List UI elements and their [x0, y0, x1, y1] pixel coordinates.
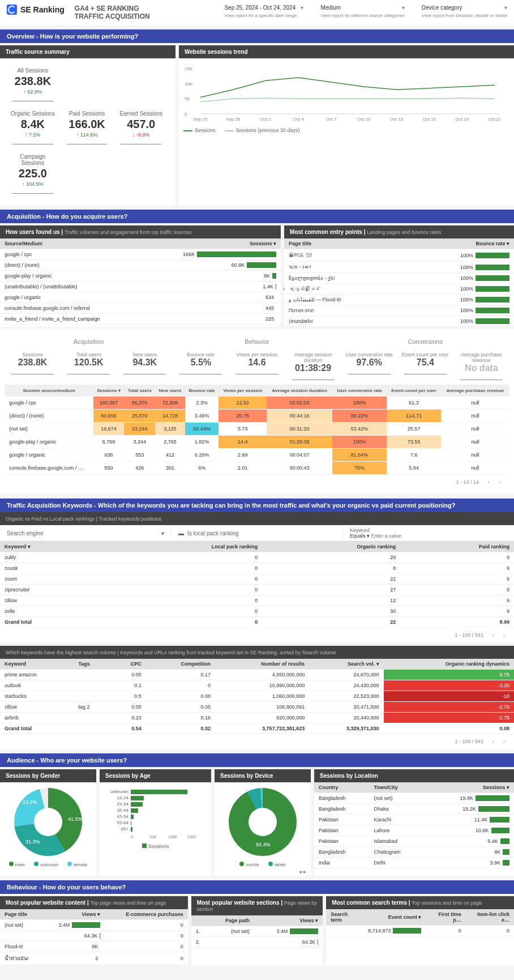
- column-header[interactable]: Organic ranking: [262, 542, 400, 552]
- table-row[interactable]: console.firebase.google.com / …550426301…: [5, 462, 509, 475]
- column-header[interactable]: Page title: [0, 909, 41, 920]
- column-header[interactable]: Search term: [326, 909, 363, 926]
- table-row[interactable]: starbucks0.50.081,060,000,00022,523,000-…: [0, 691, 514, 702]
- next-icon[interactable]: ›: [503, 632, 505, 638]
- next-icon[interactable]: ›: [503, 739, 505, 744]
- table-row[interactable]: 64.3K0: [0, 931, 188, 941]
- table-row[interactable]: PakistanIslamabad5.4K: [314, 836, 514, 847]
- table-row[interactable]: zoosk089: [0, 563, 514, 574]
- table-row[interactable]: airbnb0.230.16820,000,00020,440,000-2.75: [0, 713, 514, 723]
- column-header[interactable]: [191, 915, 209, 926]
- table-row[interactable]: zillowtag 20.050.05106,800,09120,471,500…: [0, 702, 514, 713]
- header-filter[interactable]: Medium▾View report for different source …: [320, 5, 404, 19]
- column-header[interactable]: Event count ▾: [363, 909, 426, 926]
- big-table-pager: 1 - 14 / 14‹›: [5, 475, 509, 489]
- column-header[interactable]: Page path: [209, 915, 254, 926]
- summary-metric: New users94.3K: [117, 350, 173, 385]
- column-header[interactable]: Session source/medium: [5, 385, 93, 397]
- table-row[interactable]: zelle0309: [0, 606, 514, 617]
- table-row[interactable]: Flood-It!8K0: [0, 941, 188, 952]
- metric-card: Campaign Sessions225.0↑ 104.5%: [6, 150, 60, 199]
- column-header[interactable]: Number of results: [215, 659, 309, 670]
- column-header[interactable]: New users: [155, 385, 185, 397]
- table-row[interactable]: (direct) / (none)60.8K: [0, 260, 281, 271]
- table-row[interactable]: (unattributable) / (unattributable)1.4K: [0, 282, 281, 292]
- table-row[interactable]: للفيضانات و — Flood-It!100%: [284, 295, 514, 305]
- column-header[interactable]: User conversion rate: [332, 385, 387, 397]
- table-row[interactable]: google / cpc166K: [0, 249, 281, 260]
- header-filter[interactable]: Sep 25, 2024 - Oct 24, 2024▾View report …: [224, 5, 303, 19]
- table-row[interactable]: 플러드 잇!100%: [284, 249, 514, 262]
- keywords-sub: Organic vs Paid vs Local pack rankings |…: [0, 512, 514, 525]
- prev-icon[interactable]: ‹: [492, 739, 494, 744]
- table-row[interactable]: zillow0129: [0, 595, 514, 606]
- sources-table: Source/MediumSessions ▾ google / cpc166K…: [0, 238, 281, 325]
- summary-metric: Event count per user75.4: [397, 350, 453, 385]
- column-header[interactable]: E-commerce purchases: [105, 909, 188, 920]
- column-header[interactable]: Paid ranking: [400, 542, 514, 552]
- table-row[interactable]: PakistanKarachi11.4K: [314, 815, 514, 825]
- table-row[interactable]: console.firebase.google.com / referral44…: [0, 303, 281, 314]
- table-row[interactable]: น้ำท่วมมัน!20: [0, 952, 188, 965]
- keyword-value-filter[interactable]: Keyword Equals ▾: [343, 525, 514, 541]
- table-row[interactable]: (direct) / (none)60,65625,87014,7283.49%…: [5, 410, 509, 423]
- column-header[interactable]: Search vol. ▾: [309, 659, 383, 670]
- column-header[interactable]: Item-list click e…: [466, 909, 514, 926]
- table-row[interactable]: google-play / organic8K: [0, 271, 281, 282]
- column-header[interactable]: Bounce rate: [185, 385, 219, 397]
- column-header[interactable]: First time p…: [426, 909, 465, 926]
- column-header[interactable]: Keyword ▾: [0, 542, 104, 552]
- column-header[interactable]: Town/City: [369, 782, 424, 793]
- table-row[interactable]: google / cpc160,56785,37072,9082.3%12.52…: [5, 397, 509, 410]
- table-row[interactable]: ရေလွှမ်းမိုးခြင်း100%: [284, 284, 514, 295]
- column-header[interactable]: Event count per user: [387, 385, 441, 397]
- table-row[interactable]: (not set)19,67423,2443,12582.44%5.7300:3…: [5, 423, 509, 436]
- column-header[interactable]: Country: [314, 782, 369, 793]
- table-row[interactable]: zoom0219: [0, 574, 514, 585]
- table-row[interactable]: წყალდიდობა - ეს!100%: [284, 273, 514, 284]
- column-header[interactable]: Tags: [74, 659, 110, 670]
- column-header[interactable]: Organic ranking dynamics: [384, 659, 514, 670]
- column-header[interactable]: Total users: [124, 385, 155, 397]
- table-row[interactable]: outlook0.1010,990,000,00024,430,000-3.25: [0, 680, 514, 691]
- column-header[interactable]: Views ▾: [41, 909, 105, 920]
- table-row[interactable]: 2.64.3K: [191, 937, 323, 948]
- table-row[interactable]: BangladeshChattogram4K: [314, 847, 514, 858]
- column-header[interactable]: Sessions ▾: [93, 385, 124, 397]
- table-row[interactable]: invite_a_friend / invite_a_friend_campai…: [0, 314, 281, 325]
- column-header[interactable]: Views per session: [219, 385, 267, 397]
- column-header[interactable]: Sessions ▾: [424, 782, 514, 793]
- column-header[interactable]: Average session duration: [267, 385, 332, 397]
- column-header[interactable]: Local pack ranking: [104, 542, 263, 552]
- table-row[interactable]: google / organic6365534126.29%2.6900:04:…: [5, 449, 509, 462]
- column-header[interactable]: CPC: [110, 659, 146, 670]
- table-row[interactable]: zulily0299: [0, 552, 514, 563]
- table-row[interactable]: Потоп-это!100%: [284, 305, 514, 316]
- table-row[interactable]: google / organic534: [0, 292, 281, 303]
- column-header[interactable]: Keyword: [0, 659, 74, 670]
- localpack-filter[interactable]: ▬Is local pack ranking: [172, 525, 343, 541]
- column-header[interactable]: Competition: [146, 659, 215, 670]
- table-row[interactable]: ¡Inundarlo!100%: [284, 316, 514, 327]
- table-row[interactable]: Bangladesh(not set)19.8K: [314, 793, 514, 804]
- table-row[interactable]: ziprecruiter0279: [0, 585, 514, 595]
- table-row[interactable]: 8,714,87300: [326, 926, 514, 936]
- table-row[interactable]: google-play / organic6,7693,3442,7651.82…: [5, 436, 509, 449]
- search-engine-filter[interactable]: Search engine▾: [0, 525, 172, 541]
- table-row[interactable]: prime amazon0.050.174,950,000,00024,670,…: [0, 670, 514, 680]
- prev-icon[interactable]: ‹: [488, 479, 490, 485]
- header-filter[interactable]: Device category▾View report from Desktop…: [422, 5, 507, 19]
- column-header[interactable]: Average purchase revenue: [441, 385, 509, 397]
- table-row[interactable]: 1.(not set)3.4M: [191, 926, 323, 937]
- table-row[interactable]: ጎርፍ - ነው!100%: [284, 262, 514, 273]
- table-row[interactable]: IndiaDelhi3.9K: [314, 858, 514, 868]
- table-row[interactable]: (not set)3.4M0: [0, 920, 188, 931]
- summary-metric: Bounce rate5.5%: [173, 350, 229, 385]
- table-row[interactable]: BangladeshDhaka18.2K: [314, 804, 514, 815]
- keyword-input[interactable]: [371, 533, 417, 539]
- next-icon[interactable]: ›: [499, 479, 500, 485]
- table-row[interactable]: PakistanLahore10.6K: [314, 825, 514, 836]
- prev-icon[interactable]: ‹: [492, 632, 494, 638]
- column-header[interactable]: Views ▾: [254, 915, 323, 926]
- device-pager[interactable]: ◂ ▸: [215, 867, 311, 876]
